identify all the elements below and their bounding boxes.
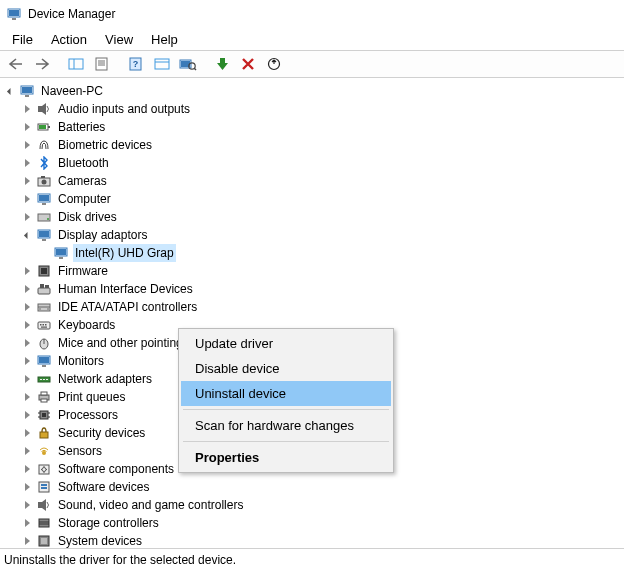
tree-category[interactable]: Bluetooth [21, 154, 624, 172]
svg-rect-28 [41, 176, 45, 178]
toolbar-separator [116, 53, 122, 75]
expand-toggle[interactable] [21, 319, 34, 332]
tree-category[interactable]: Human Interface Devices [21, 280, 624, 298]
menu-file[interactable]: File [4, 30, 41, 49]
expand-toggle[interactable] [21, 517, 34, 530]
tree-category[interactable]: Cameras [21, 172, 624, 190]
tree-category[interactable]: Computer [21, 190, 624, 208]
expand-toggle[interactable] [21, 157, 34, 170]
action-toolbar-button[interactable] [150, 53, 174, 75]
tree-category-label[interactable]: System devices [56, 532, 144, 548]
tree-category-label[interactable]: Biometric devices [56, 136, 154, 154]
back-button[interactable] [4, 53, 28, 75]
tree-category[interactable]: Biometric devices [21, 136, 624, 154]
expand-toggle[interactable] [21, 229, 34, 242]
scan-hardware-button[interactable] [176, 53, 200, 75]
svg-rect-60 [40, 379, 42, 380]
tree-category[interactable]: Display adaptors [21, 226, 624, 244]
tree-category-label[interactable]: Sound, video and game controllers [56, 496, 245, 514]
tree-category-label[interactable]: Audio inputs and outputs [56, 100, 192, 118]
enable-device-button[interactable] [210, 53, 234, 75]
tree-category[interactable]: Storage controllers [21, 514, 624, 532]
expand-toggle[interactable] [21, 301, 34, 314]
tree-category-label[interactable]: Software components [56, 460, 176, 478]
expand-toggle[interactable] [21, 481, 34, 494]
expand-toggle[interactable] [21, 445, 34, 458]
svg-rect-78 [41, 487, 47, 489]
tree-category-label[interactable]: Sensors [56, 442, 104, 460]
expand-toggle[interactable] [21, 355, 34, 368]
expand-toggle[interactable] [21, 427, 34, 440]
expand-toggle[interactable] [21, 391, 34, 404]
expand-toggle[interactable] [21, 103, 34, 116]
ctx-disable-device[interactable]: Disable device [181, 356, 391, 381]
tree-category-label[interactable]: Monitors [56, 352, 106, 370]
tree-category[interactable]: Batteries [21, 118, 624, 136]
tree-category-label[interactable]: Processors [56, 406, 120, 424]
tree-category-label[interactable]: Firmware [56, 262, 110, 280]
help-button[interactable]: ? [124, 53, 148, 75]
tree-category[interactable]: Disk drives [21, 208, 624, 226]
tree-category[interactable]: Sound, video and game controllers [21, 496, 624, 514]
tree-category-label[interactable]: Network adapters [56, 370, 154, 388]
expand-toggle[interactable] [21, 373, 34, 386]
update-driver-button[interactable] [262, 53, 286, 75]
ctx-scan-hardware[interactable]: Scan for hardware changes [181, 413, 391, 438]
svg-point-73 [42, 451, 46, 455]
show-hide-console-button[interactable] [64, 53, 88, 75]
menu-view[interactable]: View [97, 30, 141, 49]
tree-category-label[interactable]: Bluetooth [56, 154, 111, 172]
tree-category-label[interactable]: Keyboards [56, 316, 117, 334]
expand-toggle[interactable] [21, 265, 34, 278]
menu-action[interactable]: Action [43, 30, 95, 49]
svg-rect-84 [41, 538, 47, 544]
expand-toggle[interactable] [21, 175, 34, 188]
expand-toggle[interactable] [21, 535, 34, 548]
tree-category-label[interactable]: Computer [56, 190, 113, 208]
tree-category[interactable]: IDE ATA/ATAPI controllers [21, 298, 624, 316]
tree-category-label[interactable]: Display adaptors [56, 226, 149, 244]
tree-category[interactable]: Firmware [21, 262, 624, 280]
expand-toggle[interactable] [21, 283, 34, 296]
expand-toggle[interactable] [21, 409, 34, 422]
swcomp-icon [36, 461, 52, 477]
toolbar: ? [0, 50, 624, 78]
expand-toggle[interactable] [21, 139, 34, 152]
tree-device-label[interactable]: Intel(R) UHD Grap [73, 244, 176, 262]
tree-category[interactable]: Software devices [21, 478, 624, 496]
expand-toggle[interactable] [21, 337, 34, 350]
ctx-properties[interactable]: Properties [181, 445, 391, 470]
svg-rect-77 [41, 484, 47, 486]
expand-toggle[interactable] [21, 499, 34, 512]
menu-help[interactable]: Help [143, 30, 186, 49]
tree-root-label[interactable]: Naveen-PC [39, 82, 105, 100]
tree-category-label[interactable]: IDE ATA/ATAPI controllers [56, 298, 199, 316]
forward-button[interactable] [30, 53, 54, 75]
device-tree[interactable]: Naveen-PC Audio inputs and outputsBatter… [0, 78, 624, 548]
svg-point-33 [47, 218, 49, 220]
expand-toggle[interactable] [4, 85, 17, 98]
tree-category-label[interactable]: Cameras [56, 172, 109, 190]
tree-category[interactable]: System devices [21, 532, 624, 548]
uninstall-device-button[interactable] [236, 53, 260, 75]
tree-category-label[interactable]: Storage controllers [56, 514, 161, 532]
tree-category-label[interactable]: Batteries [56, 118, 107, 136]
ctx-uninstall-device[interactable]: Uninstall device [181, 381, 391, 406]
tree-category-label[interactable]: Disk drives [56, 208, 119, 226]
tree-category-label[interactable]: Software devices [56, 478, 151, 496]
properties-toolbar-button[interactable] [90, 53, 114, 75]
tree-category[interactable]: Audio inputs and outputs [21, 100, 624, 118]
tree-category-label[interactable]: Human Interface Devices [56, 280, 195, 298]
expand-toggle[interactable] [21, 463, 34, 476]
expand-toggle[interactable] [21, 211, 34, 224]
context-menu: Update driver Disable device Uninstall d… [178, 328, 394, 473]
tree-root[interactable]: Naveen-PC [4, 82, 624, 100]
tree-device[interactable]: Intel(R) UHD Grap [38, 244, 624, 262]
ctx-update-driver[interactable]: Update driver [181, 331, 391, 356]
computer-icon [36, 191, 52, 207]
expand-toggle[interactable] [21, 193, 34, 206]
expand-toggle[interactable] [21, 121, 34, 134]
tree-category-label[interactable]: Security devices [56, 424, 147, 442]
svg-rect-11 [155, 59, 169, 69]
tree-category-label[interactable]: Print queues [56, 388, 127, 406]
